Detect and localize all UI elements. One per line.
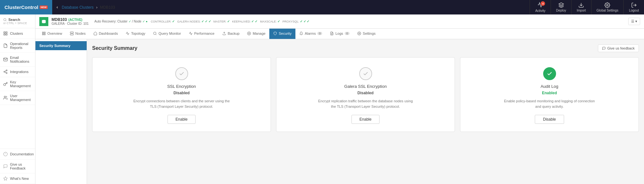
sidebar-item-email-notifications[interactable]: Email Notifications <box>0 53 35 67</box>
nodes-tab-icon <box>70 32 74 35</box>
audit-log-card-desc: Enable policy-based monitoring and loggi… <box>501 98 598 109</box>
integrations-icon <box>3 69 8 74</box>
tab-nodes[interactable]: Nodes <box>66 29 90 39</box>
sidebar-item-give-feedback-label: Give us Feedback <box>10 162 32 170</box>
svg-point-8 <box>6 72 7 74</box>
tab-dashboards[interactable]: Dashboards <box>90 29 122 39</box>
overview-tab-icon <box>42 32 46 35</box>
header-nav: 4 Activity Deploy Import Global Settings… <box>530 0 644 14</box>
tab-backup-label: Backup <box>228 32 240 35</box>
feedback-button[interactable]: Give us feedback <box>598 44 639 52</box>
svg-rect-5 <box>6 34 7 35</box>
settings-tab-icon <box>357 32 361 35</box>
sidebar-item-operational-reports-label: Operational Reports <box>10 42 32 50</box>
sidebar-item-operational-reports[interactable]: Operational Reports <box>0 39 35 53</box>
give-feedback-icon <box>3 164 8 169</box>
operational-reports-icon <box>3 43 8 48</box>
svg-rect-4 <box>4 34 5 35</box>
galera-ssl-enable-button[interactable]: Enable <box>351 115 380 124</box>
activity-nav-item[interactable]: 4 Activity <box>530 0 551 14</box>
audit-log-disable-button[interactable]: Disable <box>535 115 564 124</box>
galera-ssl-card-desc: Encrypt replication traffic between the … <box>317 98 414 109</box>
tab-query-monitor-label: Query Monitor <box>159 32 181 35</box>
tab-topology[interactable]: Topology <box>122 29 149 39</box>
search-icon <box>3 18 7 22</box>
search-hint: or CTRL + SPACE <box>3 22 32 25</box>
audit-log-card-icon-wrap <box>543 67 556 80</box>
alarms-badge: 0 <box>317 32 322 35</box>
cluster-bar-actions: ☰ ▾ <box>628 18 640 25</box>
breadcrumb-link[interactable]: Database Clusters <box>62 5 94 10</box>
cluster-info: MDB103 (ACTIVE) GALERA · Cluster ID: 101… <box>39 17 309 26</box>
query-monitor-tab-icon <box>153 32 157 35</box>
security-tab-icon <box>273 32 277 35</box>
ssl-check-icon <box>179 71 185 77</box>
sidebar-item-key-management-label: Key Management <box>10 80 32 88</box>
sidebar-item-whats-new[interactable]: What's New <box>0 173 35 184</box>
user-management-icon <box>3 96 8 100</box>
cluster-icon <box>39 17 48 26</box>
sidebar-item-user-management[interactable]: User Management <box>0 91 35 105</box>
tab-performance[interactable]: Performance <box>185 29 218 39</box>
sidebar-item-clusters-label: Clusters <box>10 32 23 35</box>
global-settings-icon <box>604 2 610 8</box>
cluster-checks: CONTROLLER: ✓ GALERA NODES: ✓ ✓ ✓ MASTER… <box>151 20 309 23</box>
tab-backup[interactable]: Backup <box>218 29 244 39</box>
svg-rect-2 <box>4 32 5 33</box>
tab-dashboards-label: Dashboards <box>99 32 118 35</box>
sidebar-item-integrations[interactable]: Integrations <box>0 67 35 77</box>
svg-point-29 <box>359 33 360 34</box>
svg-rect-20 <box>44 34 45 35</box>
search-label: Search <box>8 18 20 22</box>
tab-settings[interactable]: Settings <box>353 29 380 39</box>
deploy-icon <box>558 2 564 8</box>
tab-security-label: Security <box>279 32 292 35</box>
ssl-enable-button[interactable]: Enable <box>168 115 196 124</box>
galera-ssl-card-status: Disabled <box>357 91 373 95</box>
sidebar-item-documentation[interactable]: Documentation <box>0 149 35 160</box>
tab-alarms[interactable]: Alarms 0 <box>295 29 326 39</box>
svg-point-11 <box>4 96 6 98</box>
content-area: Security Summary Give us feedback SSL En… <box>87 39 644 184</box>
tab-overview[interactable]: Overview <box>38 29 66 39</box>
sidebar-item-clusters[interactable]: Clusters <box>0 28 35 39</box>
tab-performance-label: Performance <box>194 32 215 35</box>
svg-point-26 <box>249 33 250 34</box>
sidebar-item-give-feedback[interactable]: Give us Feedback <box>0 160 35 173</box>
cluster-view-toggle[interactable]: ☰ ▾ <box>628 18 640 25</box>
global-settings-label: Global Settings <box>597 9 619 12</box>
main-content: MDB103 (ACTIVE) GALERA · Cluster ID: 101… <box>35 14 644 184</box>
audit-check-icon <box>547 71 553 77</box>
brand-logo[interactable]: ClusterControl NEW <box>0 0 52 14</box>
logout-nav-item[interactable]: Logout <box>623 0 644 14</box>
tab-manage[interactable]: Manage <box>243 29 269 39</box>
tab-settings-label: Settings <box>363 32 376 35</box>
tab-logs[interactable]: Logs 0 <box>326 29 353 39</box>
import-nav-item[interactable]: Import <box>571 0 591 14</box>
top-header: ClusterControl NEW Database Clusters › M… <box>0 0 644 14</box>
galera-ssl-card-icon-wrap <box>359 67 372 80</box>
breadcrumb-back-icon <box>55 5 59 9</box>
cluster-bar: MDB103 (ACTIVE) GALERA · Cluster ID: 101… <box>35 14 644 29</box>
search-item[interactable]: Search or CTRL + SPACE <box>0 14 35 28</box>
logout-icon <box>631 2 637 8</box>
ssl-card-desc: Encrypt connections between clients and … <box>133 98 230 109</box>
deploy-nav-item[interactable]: Deploy <box>551 0 571 14</box>
svg-line-10 <box>5 71 6 71</box>
tab-security[interactable]: Security <box>269 29 295 39</box>
documentation-icon <box>3 152 8 156</box>
logs-badge: 0 <box>345 32 350 35</box>
global-settings-nav-item[interactable]: Global Settings <box>591 0 624 14</box>
tab-query-monitor[interactable]: Query Monitor <box>149 29 185 39</box>
svg-point-6 <box>6 70 7 71</box>
sidebar-item-integrations-label: Integrations <box>10 70 28 74</box>
svg-rect-21 <box>70 32 73 33</box>
security-summary-sidebar-item[interactable]: Security Summary <box>35 41 87 50</box>
sidebar-item-key-management[interactable]: Key Management <box>0 77 35 91</box>
topology-tab-icon <box>126 32 130 35</box>
ssl-card-status: Disabled <box>173 91 189 95</box>
audit-log-card-status: Enabled <box>542 91 557 95</box>
svg-rect-22 <box>70 34 73 35</box>
sidebar-item-documentation-label: Documentation <box>10 152 34 156</box>
feedback-icon <box>602 47 606 50</box>
